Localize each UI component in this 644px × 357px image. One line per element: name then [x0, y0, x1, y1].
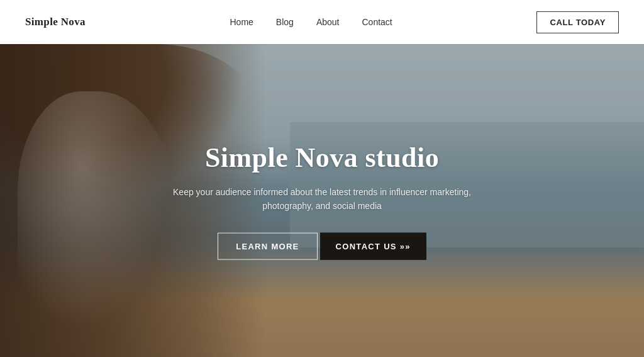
- hero-section: Simple Nova studio Keep your audience in…: [0, 44, 644, 357]
- nav-item-contact[interactable]: Contact: [362, 17, 392, 27]
- hero-buttons: LEARN MORE CONTACT US »»: [171, 233, 473, 260]
- contact-us-button[interactable]: CONTACT US »»: [320, 233, 426, 260]
- hero-subtitle: Keep your audience informed about the la…: [171, 184, 473, 213]
- nav-item-blog[interactable]: Blog: [276, 17, 294, 27]
- hero-content: Simple Nova studio Keep your audience in…: [171, 141, 473, 260]
- nav-item-about[interactable]: About: [316, 17, 340, 27]
- call-today-button[interactable]: CALL TODAY: [536, 11, 619, 33]
- site-logo[interactable]: Simple Nova: [25, 16, 86, 28]
- site-header: Simple Nova Home Blog About Contact CALL…: [0, 0, 644, 44]
- hero-title: Simple Nova studio: [171, 141, 473, 173]
- main-nav: Home Blog About Contact: [230, 17, 392, 27]
- nav-item-home[interactable]: Home: [230, 17, 253, 27]
- learn-more-button[interactable]: LEARN MORE: [218, 233, 317, 260]
